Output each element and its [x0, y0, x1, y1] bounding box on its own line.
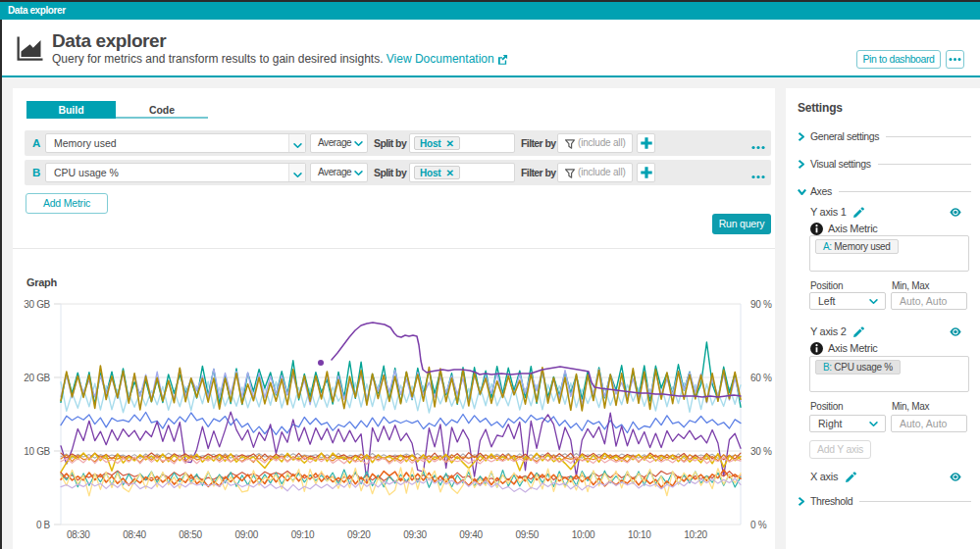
- svg-text:10 GB: 10 GB: [24, 446, 50, 457]
- svg-text:09:50: 09:50: [516, 529, 540, 540]
- svg-text:0 %: 0 %: [750, 520, 767, 530]
- svg-text:09:10: 09:10: [291, 529, 315, 540]
- svg-text:30 GB: 30 GB: [24, 299, 50, 310]
- svg-text:08:50: 08:50: [179, 529, 202, 540]
- svg-text:10:00: 10:00: [572, 529, 595, 540]
- svg-text:09:20: 09:20: [347, 529, 371, 540]
- svg-text:0 B: 0 B: [36, 520, 51, 530]
- svg-text:10:20: 10:20: [684, 529, 707, 540]
- svg-text:09:30: 09:30: [403, 529, 427, 540]
- svg-text:30 %: 30 %: [750, 446, 772, 457]
- svg-text:08:40: 08:40: [123, 529, 146, 540]
- svg-text:20 GB: 20 GB: [24, 373, 50, 383]
- svg-text:90 %: 90 %: [750, 299, 772, 310]
- svg-text:60 %: 60 %: [750, 373, 772, 383]
- svg-text:09:40: 09:40: [459, 529, 483, 540]
- svg-text:10:10: 10:10: [628, 529, 651, 540]
- svg-text:08:30: 08:30: [67, 529, 90, 540]
- svg-text:09:00: 09:00: [235, 529, 259, 540]
